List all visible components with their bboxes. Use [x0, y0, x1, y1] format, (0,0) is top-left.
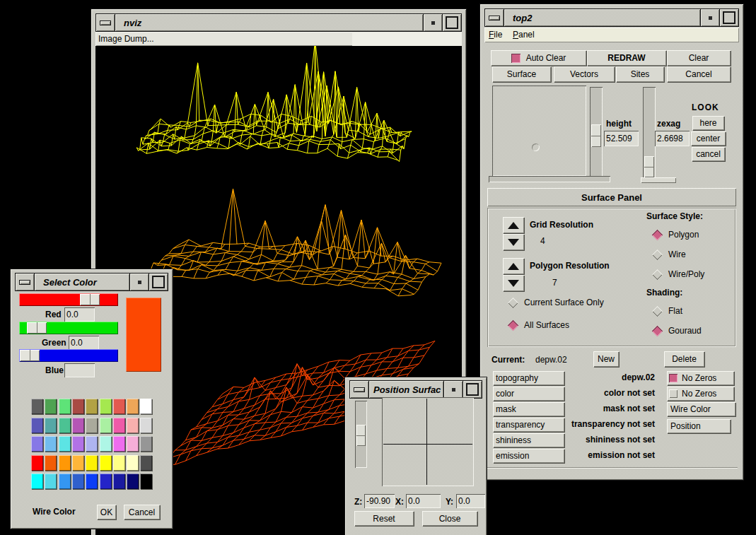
window-menu-button[interactable] [96, 14, 115, 31]
green-slider-handle[interactable] [27, 322, 47, 334]
attr-mask-button[interactable]: mask [493, 402, 564, 416]
palette-swatch[interactable] [31, 418, 43, 433]
view-position-puck[interactable] [532, 143, 540, 151]
surface-panel-button[interactable]: Surface [492, 66, 551, 82]
position-surface-titlebar[interactable]: Position Surfac [349, 380, 482, 399]
delete-button[interactable]: Delete [664, 351, 704, 367]
cancel-button[interactable]: Cancel [124, 505, 160, 519]
close-button[interactable]: Close [422, 511, 477, 526]
attr-topography-button[interactable]: topography [493, 371, 564, 385]
palette-swatch[interactable] [31, 436, 43, 452]
palette-swatch[interactable] [100, 418, 112, 433]
palette-swatch[interactable] [140, 455, 152, 471]
menu-panel[interactable]: Panel [513, 30, 535, 40]
grid-resolution-down-button[interactable] [503, 234, 524, 250]
palette-swatch[interactable] [113, 455, 125, 471]
position-button[interactable]: Position [667, 419, 731, 433]
palette-swatch[interactable] [45, 418, 57, 433]
palette-swatch[interactable] [31, 399, 43, 414]
palette-swatch[interactable] [59, 399, 71, 414]
palette-swatch[interactable] [100, 436, 112, 452]
palette-swatch[interactable] [127, 418, 139, 433]
palette-swatch[interactable] [72, 418, 84, 433]
palette-swatch[interactable] [100, 399, 112, 414]
style-wirepoly-label[interactable]: Wire/Poly [668, 269, 704, 279]
grid-resolution-up-button[interactable] [503, 217, 524, 233]
palette-swatch[interactable] [86, 436, 98, 452]
palette-swatch[interactable] [86, 455, 98, 471]
zexag-input[interactable]: 2.6698 [655, 131, 690, 146]
look-center-button[interactable]: center [691, 131, 726, 146]
window-menu-button[interactable] [485, 9, 504, 26]
attr-color-button[interactable]: color [493, 387, 564, 401]
attr-shininess-button[interactable]: shininess [493, 433, 564, 447]
cancel-panel-button[interactable]: Cancel [667, 66, 731, 82]
look-here-button[interactable]: here [692, 116, 724, 130]
attr-transparency-button[interactable]: transparency [493, 418, 564, 432]
vectors-panel-button[interactable]: Vectors [554, 66, 615, 82]
xy-position-pad[interactable] [382, 397, 474, 486]
palette-swatch[interactable] [59, 418, 71, 433]
nviz-titlebar[interactable]: nviz [95, 13, 462, 32]
green-input[interactable]: 0.0 [69, 336, 99, 350]
palette-swatch[interactable] [113, 436, 125, 452]
minimize-button[interactable] [443, 381, 463, 398]
palette-swatch[interactable] [140, 474, 152, 489]
no-zeros-2-toggle[interactable]: No Zeros [667, 387, 734, 401]
palette-swatch[interactable] [45, 455, 57, 471]
palette-swatch[interactable] [59, 474, 71, 489]
z-input[interactable]: -90.90 [364, 494, 395, 508]
style-polygon-label[interactable]: Polygon [668, 230, 699, 240]
red-input[interactable]: 0.0 [64, 307, 95, 322]
polygon-resolution-down-button[interactable] [503, 275, 524, 291]
minimize-button[interactable] [423, 14, 442, 31]
minimize-button[interactable] [129, 274, 149, 290]
palette-swatch[interactable] [113, 474, 125, 489]
red-slider[interactable] [19, 293, 118, 306]
twist-slider[interactable] [489, 176, 610, 182]
palette-swatch[interactable] [127, 455, 139, 471]
palette-swatch[interactable] [127, 474, 139, 489]
ok-button[interactable]: OK [97, 505, 116, 519]
look-cancel-button[interactable]: cancel [692, 147, 725, 161]
palette-swatch[interactable] [31, 474, 43, 489]
height-slider-handle[interactable] [591, 124, 601, 147]
all-surfaces-label[interactable]: All Surfaces [524, 320, 569, 330]
zexag-slider-handle[interactable] [644, 156, 654, 177]
green-slider[interactable] [19, 322, 118, 334]
maximize-button[interactable] [463, 381, 482, 398]
palette-swatch[interactable] [100, 474, 112, 489]
current-surface-only-label[interactable]: Current Surface Only [524, 298, 604, 307]
menu-file[interactable]: File [489, 30, 502, 40]
palette-swatch[interactable] [86, 399, 98, 414]
palette-swatch[interactable] [113, 399, 125, 414]
palette-swatch[interactable] [72, 474, 84, 489]
palette-swatch[interactable] [140, 418, 152, 433]
no-zeros-1-toggle[interactable]: No Zeros [667, 371, 734, 385]
blue-slider[interactable] [19, 349, 118, 362]
y-input[interactable]: 0.0 [456, 494, 485, 508]
maximize-button[interactable] [719, 9, 738, 26]
window-menu-button[interactable] [350, 381, 369, 398]
palette-swatch[interactable] [31, 455, 43, 471]
height-input[interactable]: 52.509 [604, 131, 639, 146]
z-slider[interactable] [355, 401, 367, 468]
menu-item-image-dump[interactable]: Image Dump... [98, 34, 154, 44]
maximize-button[interactable] [149, 274, 168, 290]
view-position-pad[interactable] [492, 86, 586, 176]
shading-gouraud-label[interactable]: Gouraud [668, 326, 702, 336]
z-slider-handle[interactable] [356, 425, 366, 446]
style-wire-label[interactable]: Wire [668, 249, 686, 259]
palette-swatch[interactable] [113, 418, 125, 433]
top2-titlebar[interactable]: top2 [484, 8, 739, 27]
blue-slider-handle[interactable] [20, 350, 40, 361]
palette-swatch[interactable] [140, 399, 152, 414]
palette-swatch[interactable] [45, 436, 57, 452]
auto-clear-toggle[interactable]: Auto Clear [491, 50, 586, 66]
palette-swatch[interactable] [127, 399, 139, 414]
wire-color-button[interactable]: Wire Color [667, 402, 735, 416]
maximize-button[interactable] [442, 14, 461, 31]
palette-swatch[interactable] [45, 399, 57, 414]
new-button[interactable]: New [593, 351, 619, 367]
sites-panel-button[interactable]: Sites [616, 66, 664, 82]
